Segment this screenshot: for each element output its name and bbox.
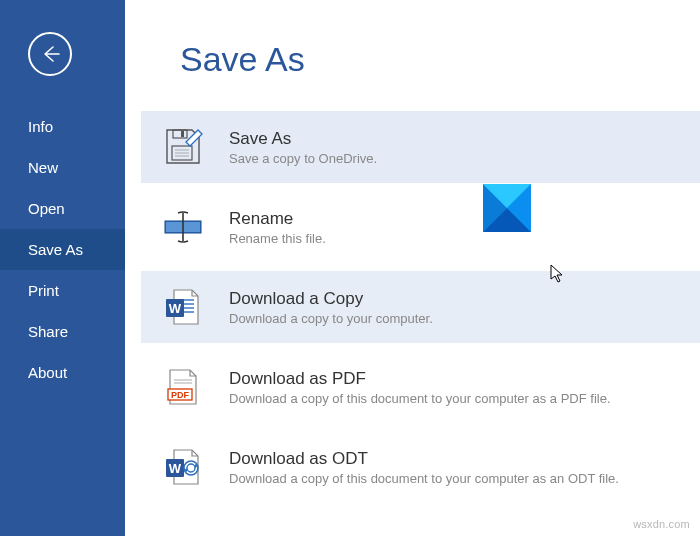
sidebar-item-label: Print [28, 282, 59, 299]
sidebar-item-info[interactable]: Info [0, 106, 125, 147]
svg-text:PDF: PDF [171, 390, 190, 400]
page-title: Save As [180, 40, 700, 79]
sidebar-item-save-as[interactable]: Save As [0, 229, 125, 270]
sidebar-item-label: Share [28, 323, 68, 340]
option-desc: Save a copy to OneDrive. [229, 151, 377, 166]
svg-text:W: W [169, 301, 182, 316]
watermark: wsxdn.com [633, 518, 690, 530]
option-download-odt[interactable]: W Download as ODT Download a copy of thi… [141, 431, 700, 503]
svg-text:W: W [169, 461, 182, 476]
backstage-sidebar: Info New Open Save As Print Share About [0, 0, 125, 536]
rename-icon [161, 205, 205, 249]
odt-doc-icon: W [161, 445, 205, 489]
mouse-cursor-icon [550, 264, 566, 288]
option-rename[interactable]: Rename Rename this file. [141, 191, 700, 263]
word-doc-icon: W [161, 285, 205, 329]
sidebar-item-label: Save As [28, 241, 83, 258]
sidebar-item-label: Open [28, 200, 65, 217]
save-as-icon [161, 125, 205, 169]
option-title: Rename [229, 209, 326, 229]
sidebar-item-share[interactable]: Share [0, 311, 125, 352]
sidebar-item-new[interactable]: New [0, 147, 125, 188]
option-title: Download a Copy [229, 289, 433, 309]
option-save-as[interactable]: Save As Save a copy to OneDrive. [141, 111, 700, 183]
option-desc: Rename this file. [229, 231, 326, 246]
sidebar-item-open[interactable]: Open [0, 188, 125, 229]
sidebar-item-label: Info [28, 118, 53, 135]
sidebar-item-print[interactable]: Print [0, 270, 125, 311]
save-as-options: Save As Save a copy to OneDrive. Re [125, 107, 700, 507]
svg-rect-0 [173, 130, 187, 138]
back-arrow-icon [39, 43, 61, 65]
option-download-pdf[interactable]: PDF Download as PDF Download a copy of t… [141, 351, 700, 423]
option-title: Save As [229, 129, 377, 149]
sidebar-item-label: New [28, 159, 58, 176]
sidebar-item-about[interactable]: About [0, 352, 125, 393]
option-desc: Download a copy to your computer. [229, 311, 433, 326]
option-download-copy[interactable]: W Download a Copy Download a copy to you… [141, 271, 700, 343]
option-title: Download as PDF [229, 369, 611, 389]
sidebar-item-label: About [28, 364, 67, 381]
option-title: Download as ODT [229, 449, 619, 469]
main-panel: Save As [125, 0, 700, 536]
option-desc: Download a copy of this document to your… [229, 471, 619, 486]
back-button[interactable] [28, 32, 72, 76]
option-desc: Download a copy of this document to your… [229, 391, 611, 406]
pdf-doc-icon: PDF [161, 365, 205, 409]
svg-rect-1 [181, 131, 184, 137]
blue-logo-overlay-icon [483, 184, 531, 232]
